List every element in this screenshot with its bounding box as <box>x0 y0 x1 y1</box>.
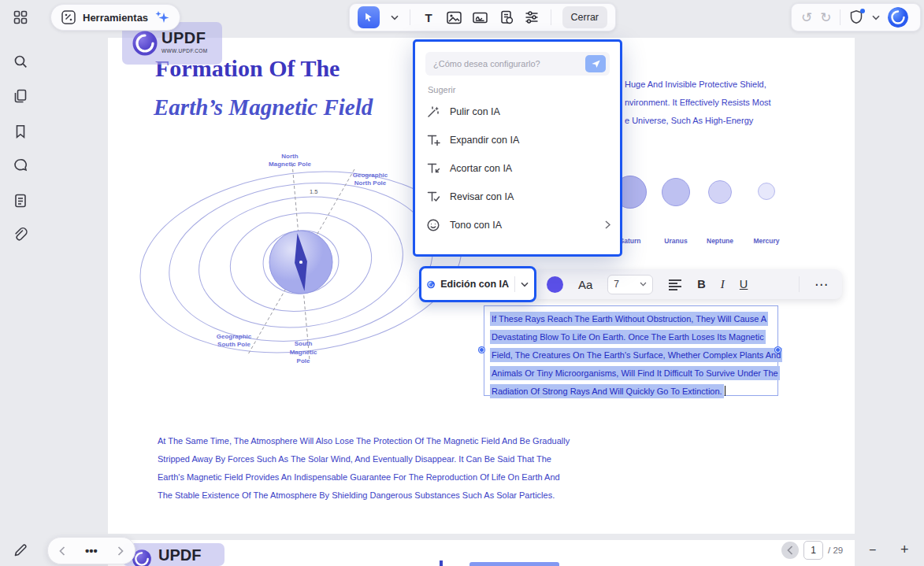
right-text-line: Huge And Invisible Protective Shield, <box>625 80 766 89</box>
chevron-down-icon <box>640 282 647 287</box>
previous-page-button[interactable] <box>781 542 799 559</box>
attachment-paperclip-icon[interactable] <box>13 228 28 243</box>
selected-text-block[interactable]: If These Rays Reach The Earth Without Ob… <box>484 305 778 396</box>
protect-shield-icon[interactable] <box>848 9 864 25</box>
planet-label-neptune: Neptune <box>696 237 744 245</box>
angle-value-label: 1.5 <box>310 188 317 195</box>
planet-neptune <box>708 180 732 204</box>
font-size-select[interactable]: 7 <box>607 275 653 294</box>
chevron-left-icon <box>787 546 793 555</box>
properties-sliders-button[interactable] <box>525 9 540 25</box>
suggest-label: Sugerir <box>428 85 620 94</box>
updf-app-window: Formation Of The Earth’s Magnetic Field … <box>0 0 924 566</box>
align-button[interactable] <box>668 279 682 290</box>
text-tool-button[interactable]: T <box>421 9 436 25</box>
menu-item-acortar[interactable]: Acortar con IA <box>415 154 620 183</box>
divider <box>410 9 410 25</box>
comments-icon[interactable] <box>13 157 28 173</box>
chevron-down-icon[interactable] <box>872 15 880 20</box>
ai-edit-button[interactable]: Edición con IA <box>419 266 536 302</box>
zoom-out-button[interactable]: − <box>869 543 876 557</box>
menu-item-revisar[interactable]: Revisar con IA <box>415 183 620 211</box>
selected-line: Devastating Blow To Life On Earth. Once … <box>490 327 777 345</box>
ai-config-input[interactable] <box>433 52 583 76</box>
updf-logo-block-next: UPDF <box>122 543 225 566</box>
herramientas-button[interactable]: Herramientas <box>50 4 180 31</box>
selected-line: Radiation Of Strong Rays And Will Quickl… <box>490 381 777 399</box>
divider <box>514 276 515 292</box>
menu-item-tono[interactable]: Tono con IA <box>415 211 620 239</box>
font-button[interactable]: Aa <box>578 278 592 291</box>
more-options-button[interactable]: ⋯ <box>815 276 828 293</box>
chevron-down-icon[interactable] <box>521 282 529 287</box>
updf-logo-text: UPDF <box>161 29 206 47</box>
selected-line: Field, The Creatures On The Earth's Surf… <box>490 345 777 363</box>
left-sidebar <box>0 0 41 566</box>
doc-title-line2: Earth’s Magnetic Field <box>154 94 373 120</box>
italic-button[interactable]: I <box>721 278 725 291</box>
planet-label-uranus: Uranus <box>652 237 699 245</box>
label-geo-south: Geographic <box>217 333 252 340</box>
menu-item-pulir[interactable]: Pulir con IA <box>415 98 620 126</box>
svg-text:Magnetic Pole: Magnetic Pole <box>269 161 311 168</box>
next-page-text-fragment <box>440 560 443 566</box>
ai-sparkles-icon <box>154 9 170 25</box>
search-icon[interactable] <box>13 54 28 69</box>
selected-line: If These Rays Reach The Earth Without Ob… <box>490 309 777 327</box>
expand-text-icon <box>426 133 440 147</box>
text-cursor <box>725 386 726 396</box>
paragraph-line: Stripped Away By Forces Such As The Sola… <box>158 454 551 464</box>
chevron-left-icon[interactable] <box>59 546 65 556</box>
ai-input-wrap <box>425 52 610 76</box>
label-geo-north: Geographic <box>353 172 388 179</box>
right-text-line: nvironment. It Effectively Resists Most <box>625 98 771 107</box>
divider <box>799 276 800 292</box>
tone-smiley-icon <box>426 218 440 232</box>
text-format-toolbar: Aa 7 B I U ⋯ <box>533 269 842 299</box>
image-tool-button[interactable] <box>447 9 462 25</box>
pages-thumbnails-icon[interactable] <box>13 88 28 104</box>
ai-edit-icon <box>427 276 435 293</box>
bookmark-icon[interactable] <box>13 124 28 139</box>
more-pages-button[interactable]: ••• <box>85 544 98 557</box>
chevron-right-icon[interactable] <box>117 546 124 556</box>
label-north-magnetic: North <box>281 153 298 160</box>
signature-pen-icon[interactable] <box>13 542 28 558</box>
menu-item-expandir[interactable]: Expandir con IA <box>415 126 620 154</box>
text-color-swatch[interactable] <box>547 276 563 293</box>
bold-button[interactable]: B <box>697 278 705 290</box>
stamp-tool-button[interactable] <box>499 9 514 25</box>
divider <box>840 9 841 25</box>
svg-text:North Pole: North Pole <box>354 179 387 187</box>
svg-text:Pole: Pole <box>297 357 310 364</box>
underline-button[interactable]: U <box>740 278 748 290</box>
paragraph-line: Earth's Magnetic Field Provides An Indis… <box>158 472 560 482</box>
herramientas-label: Herramientas <box>83 12 148 24</box>
ai-assistant-popup: Sugerir Pulir con IA Expandir con IA Aco… <box>413 39 622 257</box>
planet-mercury <box>758 183 775 200</box>
svg-text:Magnetic: Magnetic <box>290 349 317 356</box>
paragraph-line: The Stable Existence Of The Atmosphere B… <box>158 490 555 500</box>
page-number-input[interactable] <box>803 541 823 560</box>
updf-logo-site: WWW.UPDF.COM <box>161 48 208 54</box>
paragraph-line: At The Same Time, The Atmosphere Will Al… <box>158 436 570 446</box>
chevron-down-icon[interactable] <box>391 15 399 20</box>
page-turn-nav: ••• <box>47 537 135 564</box>
select-tool-button[interactable] <box>358 6 380 28</box>
send-button[interactable] <box>585 55 606 72</box>
redo-icon[interactable]: ↻ <box>820 11 831 24</box>
signature-tool-button[interactable] <box>473 9 488 25</box>
shorten-text-icon <box>426 161 440 176</box>
selection-handle-left[interactable] <box>479 347 484 353</box>
divider <box>551 9 551 25</box>
edit-tools-toolbar: T Cerrar <box>349 3 616 31</box>
send-icon <box>591 59 601 68</box>
apps-grid-icon[interactable] <box>13 9 28 25</box>
selection-handle-right[interactable] <box>775 347 781 353</box>
chevron-right-icon <box>605 220 610 229</box>
zoom-in-button[interactable]: + <box>900 542 909 558</box>
undo-icon[interactable]: ↺ <box>801 11 812 24</box>
avatar[interactable] <box>888 7 908 28</box>
document-outline-icon[interactable] <box>13 193 28 209</box>
cerrar-button[interactable]: Cerrar <box>562 6 607 28</box>
